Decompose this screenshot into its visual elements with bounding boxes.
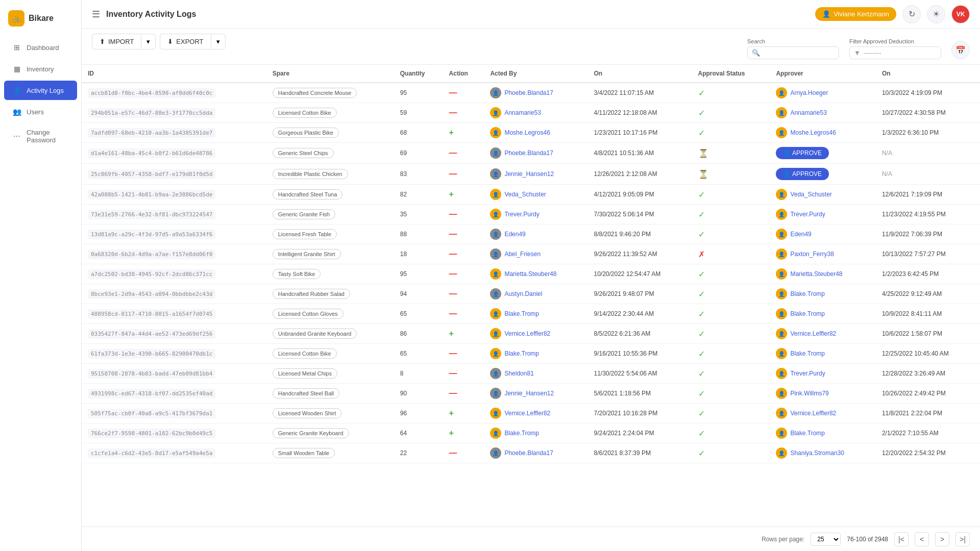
- spare-badge[interactable]: Generic Granite Keyboard: [273, 428, 349, 438]
- actor-name[interactable]: Jennie_Hansen12: [504, 170, 554, 178]
- approver-name[interactable]: Veda_Schuster: [790, 191, 831, 198]
- approver-name[interactable]: Blake.Tromp: [790, 350, 825, 357]
- actor-cell: 👤 Jennie_Hansen12: [490, 168, 581, 180]
- actor-name[interactable]: Blake.Tromp: [504, 430, 539, 437]
- approver-name[interactable]: Arnya.Hoeger: [790, 89, 828, 96]
- export-dropdown-button[interactable]: ▾: [211, 34, 226, 49]
- actor-name[interactable]: Marietta.Steuber48: [504, 270, 556, 278]
- quantity-cell: 95: [394, 83, 443, 103]
- spare-badge[interactable]: Unbranded Granite Keyboard: [273, 329, 357, 339]
- approver-name[interactable]: Eden49: [790, 231, 811, 238]
- actor-avatar: 👤: [490, 189, 501, 200]
- sidebar-item-dashboard[interactable]: ⊞ Dashboard: [4, 38, 77, 57]
- theme-button[interactable]: ☀: [927, 5, 945, 23]
- actor-name[interactable]: Sheldon81: [504, 370, 533, 377]
- approver-inner-cell: 👤 Veda_Schuster: [776, 189, 869, 200]
- import-button[interactable]: ⬆ IMPORT: [92, 34, 141, 49]
- col-approval-status: Approval Status: [692, 65, 770, 83]
- calendar-button[interactable]: 📅: [951, 41, 970, 59]
- user-badge[interactable]: 👤 Viviane Kertzmann: [815, 7, 896, 21]
- approve-button[interactable]: 👤 APPROVE: [776, 168, 829, 180]
- spare-badge[interactable]: Licensed Cotton Gloves: [273, 309, 344, 319]
- menu-icon[interactable]: ☰: [92, 9, 100, 20]
- actor-name[interactable]: Eden49: [504, 231, 525, 238]
- actor-name[interactable]: Trever.Purdy: [504, 211, 539, 218]
- spare-badge[interactable]: Handcrafted Rubber Salad: [273, 289, 350, 299]
- approver-cell: 👤 Blake.Tromp: [770, 344, 875, 364]
- approver-name[interactable]: Blake.Tromp: [790, 290, 825, 297]
- approver-name[interactable]: Shaniya.Stroman30: [790, 449, 844, 457]
- approver-name[interactable]: Blake.Tromp: [790, 430, 825, 437]
- toolbar-search-row: ⬆ IMPORT ▾ ⬇ EXPORT ▾ Search: [82, 29, 980, 65]
- actor-name[interactable]: Abel_Friesen: [504, 251, 541, 258]
- refresh-button[interactable]: ↻: [902, 5, 921, 23]
- approval-status-cell: ✓: [692, 224, 770, 244]
- spare-badge[interactable]: Licensed Cotton Bike: [273, 348, 337, 359]
- actor-name[interactable]: Phoebe.Blanda17: [504, 89, 553, 96]
- actor-avatar: 👤: [490, 107, 501, 118]
- export-button[interactable]: ⬇ EXPORT: [160, 34, 210, 49]
- spare-badge[interactable]: Licensed Fresh Table: [273, 229, 337, 239]
- actor-name[interactable]: Vernice.Leffler82: [504, 330, 550, 337]
- spare-badge[interactable]: Licensed Metal Chips: [273, 368, 337, 379]
- table-row: 294b051a-e57c-46d7-88e3-3f1770cc5ddaLice…: [82, 103, 980, 123]
- sidebar-item-users[interactable]: 👥 Users: [4, 102, 77, 121]
- spare-badge[interactable]: Generic Granite Fish: [273, 209, 335, 219]
- approver-name[interactable]: Moshe.Legros46: [790, 129, 836, 136]
- actor-name[interactable]: Vernice.Leffler82: [504, 410, 550, 417]
- actor-name[interactable]: Blake.Tromp: [504, 350, 539, 357]
- actor-name[interactable]: Veda_Schuster: [504, 191, 546, 198]
- rows-per-page-select[interactable]: 25 50 100: [811, 533, 841, 546]
- actor-name[interactable]: Phoebe.Blanda17: [504, 149, 553, 157]
- spare-badge[interactable]: Gorgeous Plastic Bike: [273, 128, 339, 138]
- spare-badge[interactable]: Tasty Soft Bike: [273, 269, 321, 279]
- import-dropdown-button[interactable]: ▾: [141, 34, 156, 49]
- spare-badge[interactable]: Handcrafted Steel Ball: [273, 388, 339, 398]
- search-input[interactable]: [763, 49, 835, 57]
- actor-name[interactable]: Annamarie53: [504, 109, 541, 116]
- approval-status-cell: ✓: [692, 284, 770, 304]
- id-cell: 4931998c-ed67-4318-bf07-dd2535ef40ad: [88, 389, 215, 398]
- action-cell: —: [443, 264, 484, 284]
- approver-name[interactable]: Annamarie53: [790, 109, 826, 116]
- actor-name[interactable]: Moshe.Legros46: [504, 129, 550, 136]
- spare-badge[interactable]: Licensed Wooden Shirt: [273, 408, 342, 418]
- sidebar-item-activity-logs[interactable]: 👤 Activity Logs: [4, 81, 77, 100]
- approver-name[interactable]: Vernice.Leffler82: [790, 410, 836, 417]
- status-check-icon: ✓: [698, 270, 705, 279]
- approver-name[interactable]: Paxton_Ferry38: [790, 251, 834, 258]
- approver-name[interactable]: Trever.Purdy: [790, 211, 825, 218]
- pagination-last-button[interactable]: >|: [955, 532, 970, 546]
- spare-badge[interactable]: Incredible Plastic Chicken: [273, 169, 348, 179]
- sidebar-item-change-password[interactable]: ⋯ Change Password: [4, 123, 77, 149]
- approver-name[interactable]: Marietta.Steuber48: [790, 270, 842, 278]
- approver-name[interactable]: Blake.Tromp: [790, 310, 825, 317]
- approver-name[interactable]: Pink.Willms79: [790, 390, 828, 397]
- quantity-cell: 94: [394, 284, 443, 304]
- actor-name[interactable]: Blake.Tromp: [504, 310, 539, 317]
- approver-cell: 👤 Trever.Purdy: [770, 205, 875, 224]
- action-cell: +: [443, 324, 484, 344]
- approver-name[interactable]: Trever.Purdy: [790, 370, 825, 377]
- spare-badge[interactable]: Licensed Cotton Bike: [273, 108, 337, 118]
- approval-status-cell: ✓: [692, 205, 770, 224]
- spare-badge[interactable]: Handcrafted Steel Tuna: [273, 189, 343, 199]
- actor-avatar: 👤: [490, 288, 501, 299]
- spare-badge[interactable]: Intelligent Granite Shirt: [273, 249, 341, 259]
- pagination-prev-button[interactable]: <: [915, 532, 929, 546]
- actor-cell: 👤 Veda_Schuster: [490, 189, 581, 200]
- actor-name[interactable]: Austyn.Daniel: [504, 290, 542, 297]
- approve-button[interactable]: 👤 APPROVE: [776, 147, 829, 159]
- approver-name[interactable]: Vernice.Leffler82: [790, 330, 836, 337]
- actor-name[interactable]: Phoebe.Blanda17: [504, 449, 553, 457]
- user-avatar-button[interactable]: VK: [951, 5, 970, 23]
- approval-status-cell: ✓: [692, 185, 770, 205]
- approver-inner-cell: 👤 Marietta.Steuber48: [776, 268, 869, 280]
- spare-badge[interactable]: Small Wooden Table: [273, 448, 335, 458]
- spare-badge[interactable]: Handcrafted Concrete Mouse: [273, 88, 357, 98]
- pagination-first-button[interactable]: |<: [894, 532, 909, 546]
- actor-name[interactable]: Jennie_Hansen12: [504, 390, 554, 397]
- sidebar-item-inventory[interactable]: ▦ Inventory: [4, 59, 77, 79]
- pagination-next-button[interactable]: >: [935, 532, 949, 546]
- spare-badge[interactable]: Generic Steel Chips: [273, 148, 334, 158]
